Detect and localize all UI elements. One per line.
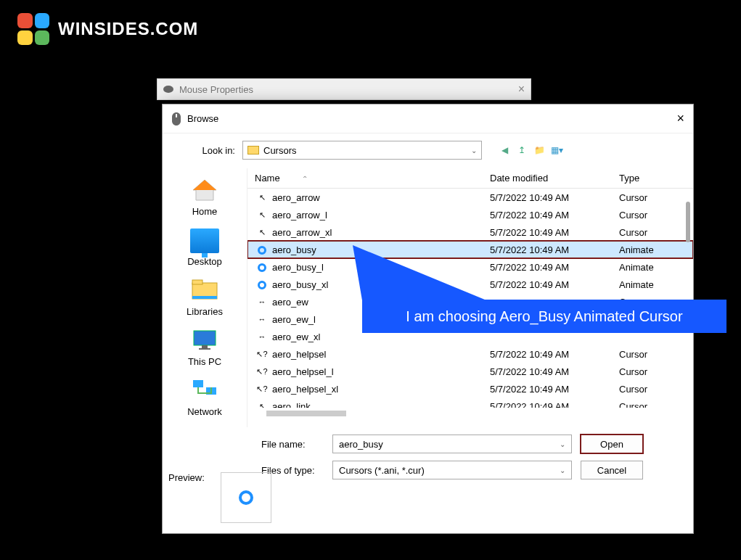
preview-row: Preview: bbox=[168, 472, 271, 523]
filename-value: aero_busy bbox=[339, 439, 383, 450]
cursor-file-icon: ↖? bbox=[255, 366, 269, 376]
file-date: 5/7/2022 10:49 AM bbox=[490, 349, 619, 360]
annotation-callout: I am choosing Aero_Busy Animated Cursor bbox=[362, 300, 726, 333]
filetype-dropdown[interactable]: Cursors (*.ani, *.cur) ⌄ bbox=[332, 461, 572, 479]
callout-text: I am choosing Aero_Busy Animated Cursor bbox=[406, 308, 682, 325]
brand-text: WINSIDES.COM bbox=[58, 19, 198, 39]
place-desktop[interactable]: Desktop bbox=[163, 223, 247, 273]
brand: WINSIDES.COM bbox=[17, 13, 198, 45]
mouse-icon bbox=[163, 86, 173, 93]
file-row[interactable]: ↖aero_link5/7/2022 10:49 AMCursor bbox=[247, 398, 693, 408]
filename-input[interactable]: aero_busy ⌄ bbox=[332, 435, 572, 453]
file-type: Cursor bbox=[619, 227, 647, 238]
file-name: aero_arrow_xl bbox=[272, 227, 490, 238]
cursor-file-icon bbox=[255, 279, 269, 289]
cursor-file-icon: ↔ bbox=[255, 314, 269, 324]
up-icon[interactable]: ↥ bbox=[515, 144, 528, 157]
file-name: aero_arrow_l bbox=[272, 210, 490, 221]
file-type: Animate bbox=[619, 262, 654, 273]
col-date[interactable]: Date modified bbox=[490, 173, 619, 184]
cursor-file-icon: ↖ bbox=[255, 192, 269, 202]
file-date: 5/7/2022 10:49 AM bbox=[490, 227, 619, 238]
file-type: Cursor bbox=[619, 366, 647, 377]
svg-rect-4 bbox=[202, 345, 208, 348]
filename-label: File name: bbox=[261, 439, 324, 450]
cancel-button[interactable]: Cancel bbox=[581, 461, 643, 479]
home-icon bbox=[190, 178, 219, 203]
close-icon[interactable]: × bbox=[518, 83, 525, 96]
preview-label: Preview: bbox=[168, 472, 205, 483]
file-name: aero_link bbox=[272, 401, 490, 408]
mouse-properties-titlebar: Mouse Properties × bbox=[157, 78, 531, 100]
place-home[interactable]: Home bbox=[163, 173, 247, 223]
cursor-file-icon: ↖ bbox=[255, 227, 269, 237]
mouse-properties-title: Mouse Properties bbox=[179, 84, 253, 95]
file-list-header: Name⌃ Date modified Type bbox=[247, 168, 693, 189]
cursor-file-icon: ↖ bbox=[255, 210, 269, 220]
file-row[interactable]: ↖aero_arrow5/7/2022 10:49 AMCursor bbox=[247, 189, 693, 206]
file-row[interactable]: ↖aero_arrow_l5/7/2022 10:49 AMCursor bbox=[247, 206, 693, 223]
cursor-file-icon: ↔ bbox=[255, 332, 269, 342]
file-row[interactable]: ↖?aero_helpsel_xl5/7/2022 10:49 AMCursor bbox=[247, 380, 693, 398]
open-button[interactable]: Open bbox=[581, 435, 643, 453]
folder-icon bbox=[247, 146, 259, 155]
sort-icon: ⌃ bbox=[302, 175, 308, 183]
file-name: aero_helpsel_l bbox=[272, 366, 490, 377]
file-date: 5/7/2022 10:49 AM bbox=[490, 244, 619, 255]
libraries-icon bbox=[190, 279, 219, 303]
browse-titlebar: Browse × bbox=[163, 104, 693, 133]
cursor-file-icon bbox=[255, 244, 269, 255]
svg-rect-2 bbox=[192, 296, 217, 299]
brand-logo-icon bbox=[17, 13, 49, 45]
desktop-icon bbox=[190, 228, 219, 253]
file-name: aero_arrow bbox=[272, 192, 490, 203]
col-type[interactable]: Type bbox=[619, 173, 693, 184]
svg-rect-5 bbox=[199, 348, 210, 350]
filetype-value: Cursors (*.ani, *.cur) bbox=[339, 465, 425, 476]
browse-title: Browse bbox=[187, 113, 218, 124]
cursor-file-icon: ↔ bbox=[255, 297, 269, 307]
back-icon[interactable]: ◀ bbox=[498, 144, 511, 157]
file-row[interactable]: ↖?aero_helpsel_l5/7/2022 10:49 AMCursor bbox=[247, 363, 693, 380]
svg-rect-3 bbox=[194, 331, 216, 345]
file-date: 5/7/2022 10:49 AM bbox=[490, 401, 619, 408]
lookin-dropdown[interactable]: Cursors ⌄ bbox=[242, 141, 482, 160]
busy-cursor-icon bbox=[239, 490, 253, 505]
col-name[interactable]: Name⌃ bbox=[255, 173, 490, 184]
place-label: Desktop bbox=[163, 256, 247, 267]
cursor-file-icon: ↖? bbox=[255, 349, 269, 359]
mouse-icon bbox=[171, 112, 181, 125]
file-row[interactable]: ↖aero_arrow_xl5/7/2022 10:49 AMCursor bbox=[247, 223, 693, 241]
file-date: 5/7/2022 10:49 AM bbox=[490, 384, 619, 395]
place-thispc[interactable]: This PC bbox=[163, 323, 247, 373]
place-network[interactable]: Network bbox=[163, 373, 247, 423]
file-type: Animate bbox=[619, 279, 654, 290]
svg-marker-8 bbox=[353, 245, 494, 305]
lookin-label: Look in: bbox=[192, 145, 235, 156]
cursor-file-icon bbox=[255, 262, 269, 272]
v-scrollbar[interactable] bbox=[686, 202, 690, 242]
network-icon bbox=[190, 379, 219, 403]
file-date: 5/7/2022 10:49 AM bbox=[490, 262, 619, 273]
chevron-down-icon: ⌄ bbox=[560, 466, 565, 474]
place-label: Network bbox=[163, 406, 247, 417]
new-folder-icon[interactable]: 📁 bbox=[533, 144, 546, 157]
file-row[interactable]: ↖?aero_helpsel5/7/2022 10:49 AMCursor bbox=[247, 345, 693, 363]
lookin-value: Cursors bbox=[263, 145, 297, 156]
file-date: 5/7/2022 10:49 AM bbox=[490, 192, 619, 203]
preview-box bbox=[221, 472, 271, 523]
file-type: Cursor bbox=[619, 384, 647, 395]
cursor-file-icon: ↖? bbox=[255, 384, 269, 394]
nav-icons: ◀ ↥ 📁 ▦▾ bbox=[498, 144, 563, 157]
place-libraries[interactable]: Libraries bbox=[163, 273, 247, 323]
place-label: Libraries bbox=[163, 306, 247, 317]
file-type: Cursor bbox=[619, 192, 647, 203]
lookin-row: Look in: Cursors ⌄ ◀ ↥ 📁 ▦▾ bbox=[163, 133, 693, 165]
file-name: aero_helpsel_xl bbox=[272, 384, 490, 395]
views-icon[interactable]: ▦▾ bbox=[550, 144, 563, 157]
file-type: Cursor bbox=[619, 401, 647, 408]
cursor-file-icon: ↖ bbox=[255, 401, 269, 408]
close-icon[interactable]: × bbox=[676, 111, 684, 126]
file-name: aero_helpsel bbox=[272, 349, 490, 360]
h-scrollbar[interactable] bbox=[266, 411, 346, 416]
